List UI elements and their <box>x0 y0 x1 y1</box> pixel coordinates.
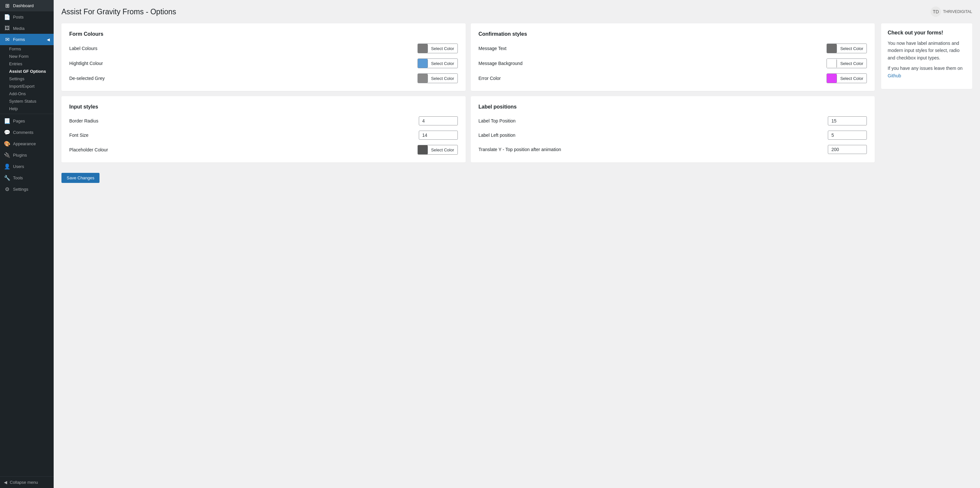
form-colours-card: Form Colours Label Colours Select Color … <box>62 24 466 91</box>
message-text-label: Message Text <box>479 46 507 51</box>
sidebar: ⊞ Dashboard 📄 Posts 🖼 Media ✉ Forms ◀ Fo… <box>0 0 54 488</box>
sidebar-sub-entries[interactable]: Entries <box>0 60 54 68</box>
sidebar-divider <box>0 114 54 114</box>
translate-y-input[interactable] <box>828 145 867 154</box>
form-row-border-radius: Border Radius <box>69 116 458 125</box>
info-card: Check out your forms! You now have label… <box>881 24 972 89</box>
label-colours-btn[interactable]: Select Color <box>417 44 458 53</box>
sidebar-sub-settings[interactable]: Settings <box>0 75 54 82</box>
tools-icon: 🔧 <box>4 175 10 181</box>
dashboard-icon: ⊞ <box>4 3 10 9</box>
brand-label: THRIVEDIGITAL <box>943 10 972 14</box>
sidebar-item-posts[interactable]: 📄 Posts <box>0 11 54 23</box>
message-background-label: Message Background <box>479 61 522 66</box>
border-radius-input[interactable] <box>419 116 458 125</box>
label-left-position-label: Label Left position <box>479 133 516 138</box>
message-background-btn[interactable]: Select Color <box>827 59 867 68</box>
placeholder-colour-label: Placeholder Colour <box>69 147 108 152</box>
form-row-placeholder-colour: Placeholder Colour Select Color <box>69 145 458 155</box>
info-card-text1: You now have label animations and modern… <box>888 40 966 62</box>
sidebar-sub-new-form[interactable]: New Form <box>0 52 54 60</box>
label-colours-btn-label: Select Color <box>428 45 458 52</box>
sidebar-sub-add-ons[interactable]: Add-Ons <box>0 90 54 97</box>
sidebar-sub-import-export[interactable]: Import/Export <box>0 82 54 90</box>
error-color-btn[interactable]: Select Color <box>827 73 867 83</box>
page-title: Assist For Gravity Froms - Options <box>62 8 176 16</box>
form-row-font-size: Font Size <box>69 131 458 140</box>
collapse-icon: ◀ <box>4 480 7 485</box>
save-button[interactable]: Save Changes <box>62 173 100 183</box>
sidebar-item-media[interactable]: 🖼 Media <box>0 23 54 34</box>
form-row-translate-y: Translate Y - Top position after animati… <box>479 145 867 154</box>
forms-icon: ✉ <box>4 36 10 43</box>
github-link[interactable]: Github <box>888 73 901 78</box>
label-top-position-input[interactable] <box>828 116 867 125</box>
error-color-btn-label: Select Color <box>837 75 867 82</box>
message-background-swatch <box>827 59 837 68</box>
font-size-input[interactable] <box>419 131 458 140</box>
sidebar-item-dashboard[interactable]: ⊞ Dashboard <box>0 0 54 11</box>
forms-row-2: Input styles Border Radius Font Size Pla… <box>62 96 875 162</box>
info-card-title: Check out your forms! <box>888 30 966 36</box>
users-icon: 👤 <box>4 163 10 170</box>
deselected-grey-btn[interactable]: Select Color <box>417 73 458 83</box>
content-wrapper: Form Colours Label Colours Select Color … <box>62 24 972 183</box>
form-row-label-left-position: Label Left position <box>479 131 867 140</box>
sidebar-item-label: Forms <box>13 37 25 42</box>
highlight-colour-btn[interactable]: Select Color <box>417 59 458 68</box>
sidebar-item-plugins[interactable]: 🔌 Plugins <box>0 149 54 161</box>
comments-icon: 💬 <box>4 129 10 135</box>
sidebar-item-users[interactable]: 👤 Users <box>0 161 54 172</box>
sidebar-item-forms[interactable]: ✉ Forms ◀ <box>0 34 54 45</box>
info-card-text2: If you have any issues leave them on Git… <box>888 65 966 79</box>
sidebar-item-label: Settings <box>13 187 28 192</box>
sidebar-item-appearance[interactable]: 🎨 Appearance <box>0 138 54 149</box>
input-styles-card: Input styles Border Radius Font Size Pla… <box>62 96 466 162</box>
forms-arrow: ◀ <box>47 37 50 42</box>
sidebar-item-comments[interactable]: 💬 Comments <box>0 127 54 138</box>
highlight-colour-label: Hightlight Colour <box>69 61 103 66</box>
sidebar-item-label: Appearance <box>13 141 36 146</box>
settings-icon: ⚙ <box>4 186 10 192</box>
sidebar-sub-system-status[interactable]: System Status <box>0 97 54 105</box>
border-radius-label: Border Radius <box>69 118 99 124</box>
sidebar-sub-forms[interactable]: Forms <box>0 45 54 52</box>
media-icon: 🖼 <box>4 25 10 31</box>
sidebar-item-settings[interactable]: ⚙ Settings <box>0 184 54 195</box>
sidebar-item-label: Users <box>13 164 24 169</box>
input-styles-title: Input styles <box>69 104 458 110</box>
sidebar-item-label: Comments <box>13 130 33 135</box>
sidebar-sub-help[interactable]: Help <box>0 105 54 112</box>
forms-row-1: Form Colours Label Colours Select Color … <box>62 24 875 91</box>
sidebar-item-tools[interactable]: 🔧 Tools <box>0 172 54 184</box>
form-row-message-text: Message Text Select Color <box>479 44 867 53</box>
message-text-swatch <box>827 44 837 53</box>
label-top-position-label: Label Top Position <box>479 118 516 124</box>
save-section: Save Changes <box>62 168 875 183</box>
collapse-menu-button[interactable]: ◀ Collapse menu <box>0 476 54 488</box>
label-positions-title: Label positions <box>479 104 867 110</box>
form-row-highlight-colour: Hightlight Colour Select Color <box>69 59 458 68</box>
sidebar-item-label: Media <box>13 26 24 31</box>
sidebar-item-pages[interactable]: 📃 Pages <box>0 115 54 127</box>
message-text-btn[interactable]: Select Color <box>827 44 867 53</box>
font-size-label: Font Size <box>69 133 88 138</box>
sidebar-sub-assist-gf-options[interactable]: Assist GF Options <box>0 68 54 75</box>
sidebar-item-label: Pages <box>13 119 25 124</box>
label-colours-label: Label Colours <box>69 46 97 51</box>
appearance-icon: 🎨 <box>4 141 10 147</box>
highlight-colour-btn-label: Select Color <box>428 60 458 67</box>
form-row-message-background: Message Background Select Color <box>479 59 867 68</box>
form-row-label-top-position: Label Top Position <box>479 116 867 125</box>
form-colours-title: Form Colours <box>69 31 458 37</box>
label-colours-swatch <box>418 44 428 53</box>
placeholder-colour-btn[interactable]: Select Color <box>417 145 458 155</box>
label-left-position-input[interactable] <box>828 131 867 140</box>
translate-y-label: Translate Y - Top position after animati… <box>479 147 561 152</box>
deselected-grey-label: De-selected Grey <box>69 76 105 81</box>
posts-icon: 📄 <box>4 14 10 20</box>
plugins-icon: 🔌 <box>4 152 10 158</box>
form-row-deselected-grey: De-selected Grey Select Color <box>69 73 458 83</box>
confirmation-styles-title: Confirmation styles <box>479 31 867 37</box>
error-color-label: Error Color <box>479 76 501 81</box>
